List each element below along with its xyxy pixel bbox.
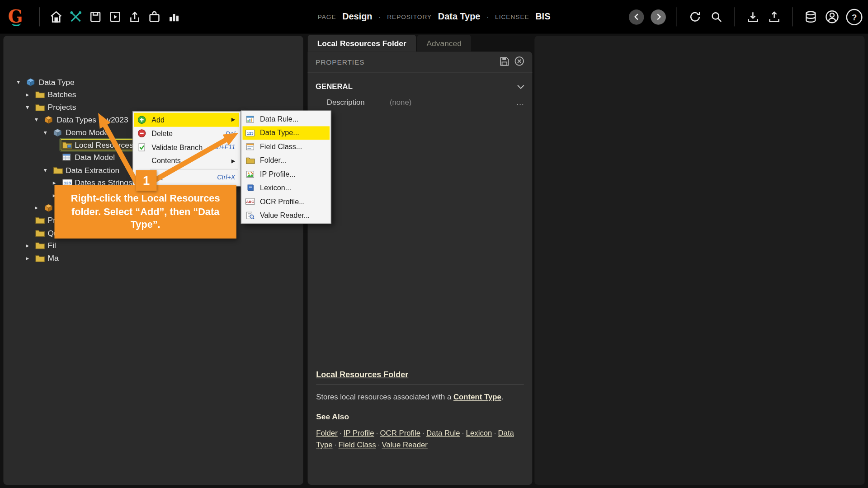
properties-header-label: PROPERTIES [316, 58, 364, 66]
menu-item-label: Value Reader... [260, 211, 310, 220]
repository-icon [26, 77, 36, 86]
step-number: 1 [143, 173, 150, 188]
tree-item-ma[interactable]: ▸ Ma [3, 252, 303, 264]
forward-icon[interactable] [651, 9, 666, 24]
expand-arrow[interactable]: ▾ [44, 166, 53, 174]
database-icon[interactable] [803, 9, 818, 24]
link-ocr-profile[interactable]: OCR Profile [380, 428, 420, 437]
submenu-item-data-type[interactable]: 123 Data Type... [243, 126, 330, 140]
submenu-item-ocr-profile[interactable]: ABC OCR Profile... [243, 195, 330, 208]
submenu-item-data-rule[interactable]: Data Rule... [243, 112, 330, 126]
grooper-logo: G [8, 5, 27, 28]
submenu-item-lexicon[interactable]: Lexicon... [243, 181, 330, 195]
expand-arrow[interactable]: ▸ [35, 204, 44, 211]
step-number-badge: 1 [136, 170, 157, 191]
back-icon[interactable] [629, 9, 644, 24]
expand-arrow[interactable]: ▸ [26, 254, 35, 262]
menu-item-label: Field Class... [260, 142, 302, 151]
save-icon[interactable] [500, 56, 509, 68]
chevron-down-icon[interactable] [517, 82, 524, 91]
section-label: GENERAL [316, 82, 353, 91]
link-separator: · [376, 441, 382, 449]
tree-item-batches[interactable]: ▸ Batches [3, 88, 303, 100]
imports-icon[interactable] [147, 9, 161, 24]
tab-label: Local Resources Folder [317, 39, 406, 48]
download-icon[interactable] [745, 9, 760, 24]
help-body-text: Stores local resources associated with a [316, 393, 453, 401]
close-icon[interactable] [514, 56, 524, 68]
section-general[interactable]: GENERAL [308, 78, 533, 95]
menu-item-label: Data Type... [260, 129, 299, 137]
tree-item-fil[interactable]: ▸ Fil [3, 239, 303, 251]
account-icon[interactable] [825, 9, 839, 24]
submenu-item-field-class[interactable]: Field Class... [243, 140, 330, 153]
expand-arrow[interactable]: ▾ [26, 103, 35, 111]
help-body-text: . [501, 393, 504, 401]
ip-profile-icon [243, 170, 258, 178]
design-tools-icon[interactable] [69, 9, 83, 24]
expand-arrow[interactable]: ▾ [17, 78, 26, 85]
link-separator: · [420, 428, 426, 437]
link-value-reader[interactable]: Value Reader [382, 441, 428, 449]
link-folder[interactable]: Folder [316, 428, 338, 437]
submenu-arrow-icon: ▶ [231, 117, 236, 122]
expand-arrow[interactable]: ▾ [35, 116, 44, 123]
home-icon[interactable] [49, 9, 63, 24]
property-row-description[interactable]: Description (none) ... [308, 95, 533, 109]
upload-icon[interactable] [767, 9, 781, 24]
folder-icon [35, 241, 45, 250]
expand-arrow[interactable]: ▾ [44, 129, 53, 136]
help-icon[interactable]: ? [846, 9, 863, 25]
menu-item-add[interactable]: Add ▶ [134, 113, 239, 127]
divider [734, 7, 735, 26]
see-also-links: Folder·IP Profile·OCR Profile·Data Rule·… [316, 427, 525, 451]
folder-icon [35, 90, 45, 99]
expand-arrow[interactable]: ▸ [26, 242, 35, 249]
batches-icon[interactable] [88, 9, 103, 24]
submenu-item-ip-profile[interactable]: IP Profile... [243, 167, 330, 181]
help-title: Local Resources Folder [316, 370, 408, 379]
tree-item-data-type[interactable]: ▾ Data Type [3, 76, 303, 88]
link-separator: · [492, 428, 498, 437]
content-type-link[interactable]: Content Type [453, 393, 501, 401]
link-separator: · [374, 428, 380, 437]
tree-item-label: Data Model [75, 153, 115, 162]
link-lexicon[interactable]: Lexicon [466, 428, 492, 437]
tab-local-resources-folder[interactable]: Local Resources Folder [308, 35, 416, 52]
licensee-label: LICENSEE [495, 14, 529, 20]
publish-icon[interactable] [127, 9, 142, 24]
link-field-class[interactable]: Field Class [339, 441, 376, 449]
link-ip-profile[interactable]: IP Profile [344, 428, 374, 437]
menu-item-contents[interactable]: Contents ▶ [134, 154, 239, 168]
stats-icon[interactable] [167, 9, 181, 24]
ellipsis-button[interactable]: ... [516, 98, 524, 107]
repository-value[interactable]: Data Type [438, 12, 480, 22]
expand-arrow[interactable]: ▸ [26, 91, 35, 98]
page-value[interactable]: Design [342, 12, 372, 22]
menu-shortcut: Ctrl+F11 [211, 144, 235, 150]
menu-item-delete[interactable]: Delete Del [134, 127, 239, 140]
menu-shortcut: Ctrl+X [217, 174, 235, 181]
selected-node-box[interactable]: Local Resources [61, 139, 137, 150]
batch-viewer-icon[interactable] [108, 9, 122, 24]
properties-header: PROPERTIES [308, 52, 533, 73]
link-separator: · [338, 428, 344, 437]
logo-swoosh [12, 20, 21, 27]
tree-item-label: Batches [48, 90, 76, 99]
data-type-icon: 123 [243, 130, 258, 136]
menu-item-label: IP Profile... [260, 170, 296, 178]
submenu-item-value-reader[interactable]: Value Reader... [243, 208, 330, 222]
search-icon[interactable] [709, 9, 724, 24]
node-tree-panel: ▾ Data Type ▸ Batches ▾ Projects ▾ Data … [3, 36, 303, 485]
tab-advanced[interactable]: Advanced [417, 35, 471, 52]
link-data-rule[interactable]: Data Rule [426, 428, 460, 437]
refresh-icon[interactable] [688, 9, 702, 24]
menu-item-label: Validate Branch [151, 143, 203, 151]
svg-text:123: 123 [64, 180, 71, 185]
link-separator: · [333, 441, 339, 449]
properties-tabbar: Local Resources Folder Advanced [308, 35, 471, 52]
submenu-item-folder[interactable]: Folder... [243, 154, 330, 167]
divider [792, 7, 793, 26]
tree-item-label: Data Extraction [66, 165, 119, 174]
menu-item-validate-branch[interactable]: Validate Branch Ctrl+F11 [134, 140, 239, 154]
